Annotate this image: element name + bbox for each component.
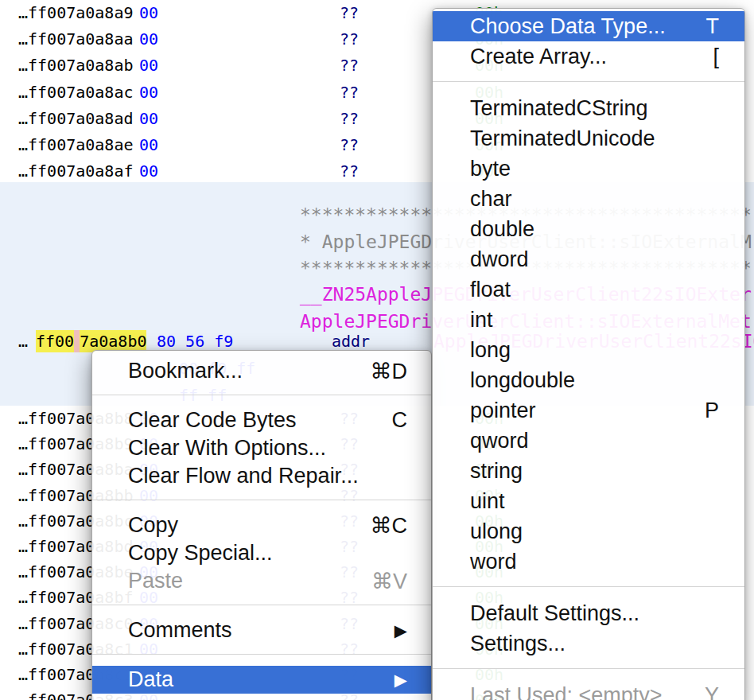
listing-address: …ff007a0a8ad: [18, 108, 134, 130]
menu-item-label: qword: [470, 429, 529, 453]
menu-item-create-array[interactable]: Create Array...[: [433, 41, 744, 72]
menu-item-int[interactable]: int: [433, 305, 744, 335]
menu-item-uint[interactable]: uint: [433, 486, 744, 516]
menu-item-label: byte: [470, 157, 511, 181]
menu-item-label: ulong: [470, 519, 523, 544]
listing-undef: ??: [340, 29, 359, 50]
menu-item-default-settings[interactable]: Default Settings...: [433, 598, 744, 628]
instruction-bytes[interactable]: 80 56 f9: [157, 330, 233, 352]
menu-item-label: char: [470, 187, 512, 212]
menu-item-data[interactable]: Data▶: [92, 666, 431, 694]
menu-item-dword[interactable]: dword: [433, 244, 744, 274]
context-menu: Bookmark...⌘DClear Code BytesCClear With…: [91, 350, 432, 700]
listing-address: …ff007a0a8aa: [18, 29, 134, 50]
menu-item-paste[interactable]: Paste⌘V: [92, 567, 431, 595]
address-part-left: ff00: [36, 330, 74, 352]
menu-item-ulong[interactable]: ulong: [433, 516, 744, 546]
menu-shortcut: T: [706, 14, 720, 39]
listing-address: …ff007a0a8af: [18, 161, 134, 182]
menu-item-label: longdouble: [470, 368, 575, 393]
menu-shortcut: ⌘C: [371, 513, 408, 539]
menu-item-char[interactable]: char: [433, 184, 744, 214]
menu-item-label: TerminatedCString: [470, 96, 648, 121]
menu-item-label: Default Settings...: [470, 601, 639, 626]
menu-item-label: Copy: [128, 513, 178, 538]
menu-shortcut: [: [713, 45, 719, 69]
menu-item-choose-data-type[interactable]: Choose Data Type...T: [433, 11, 744, 41]
listing-byte: 00: [139, 161, 158, 182]
menu-item-settings[interactable]: Settings...: [433, 628, 744, 659]
menu-item-label: Clear Flow and Repair...: [128, 464, 359, 488]
menu-item-copy[interactable]: Copy⌘C: [92, 511, 431, 539]
listing-undef: ??: [340, 134, 359, 156]
listing-address: …ff007a0a8a9: [18, 2, 134, 24]
menu-item-clear-flow-and-repair[interactable]: Clear Flow and Repair...: [92, 462, 431, 490]
menu-item-byte[interactable]: byte: [433, 154, 744, 184]
menu-item-label: Copy Special...: [128, 541, 273, 566]
menu-separator: [433, 81, 744, 82]
menu-shortcut: C: [392, 408, 408, 433]
listing-address: …ff007a0a8ac: [18, 82, 134, 103]
menu-item-clear-code-bytes[interactable]: Clear Code BytesC: [92, 406, 431, 434]
menu-separator: [92, 605, 431, 605]
listing-byte: 00: [139, 108, 158, 130]
address-part-right: 7a0a8b0: [80, 330, 146, 352]
text-cursor: [74, 330, 80, 352]
menu-separator: [433, 668, 744, 669]
listing-byte: 00: [139, 2, 158, 24]
menu-shortcut: ⌘V: [371, 569, 407, 594]
menu-item-label: Paste: [128, 569, 183, 593]
menu-item-label: Clear With Options...: [128, 436, 326, 461]
menu-item-terminatedunicode[interactable]: TerminatedUnicode: [433, 123, 744, 154]
listing-byte: 00: [139, 82, 158, 103]
listing-byte: 00: [139, 29, 158, 50]
menu-item-label: Comments: [128, 618, 232, 643]
listing-address: …ff007a0a8ab: [18, 55, 134, 76]
listing-undef: ??: [340, 108, 359, 130]
menu-item-double[interactable]: double: [433, 214, 744, 244]
menu-item-label: word: [470, 550, 517, 574]
menu-item-copy-special[interactable]: Copy Special...: [92, 539, 431, 567]
highlighted-address[interactable]: ff00 7a0a8b0: [36, 330, 146, 352]
menu-item-label: Settings...: [470, 632, 566, 656]
menu-item-comments[interactable]: Comments▶: [92, 616, 431, 644]
menu-item-label: Choose Data Type...: [470, 14, 666, 39]
data-type-submenu: Choose Data Type...TCreate Array...[Term…: [432, 8, 745, 700]
listing-address: …ff007a0a8ae: [18, 134, 134, 156]
menu-item-label: uint: [470, 489, 505, 514]
menu-item-label: float: [470, 278, 511, 302]
listing-undef: ??: [340, 161, 359, 182]
menu-item-clear-with-options[interactable]: Clear With Options...: [92, 434, 431, 462]
menu-item-label: pointer: [470, 399, 536, 423]
submenu-arrow-icon: ▶: [394, 621, 407, 640]
menu-item-string[interactable]: string: [433, 456, 744, 486]
menu-item-label: dword: [470, 247, 529, 272]
menu-item-long[interactable]: long: [433, 335, 744, 365]
submenu-arrow-icon: ▶: [394, 671, 407, 690]
menu-item-last-used-empty[interactable]: Last Used: <empty>Y: [433, 680, 744, 700]
listing-undef: ??: [340, 82, 359, 103]
listing-byte: 00: [139, 55, 158, 76]
menu-shortcut: P: [705, 399, 719, 423]
menu-item-pointer[interactable]: pointerP: [433, 395, 744, 426]
listing-byte: 00: [139, 134, 158, 156]
menu-item-float[interactable]: float: [433, 274, 744, 305]
menu-item-label: Clear Code Bytes: [128, 408, 297, 433]
menu-item-label: Bookmark...: [128, 359, 243, 383]
menu-item-terminatedcstring[interactable]: TerminatedCString: [433, 93, 744, 123]
menu-item-label: long: [470, 338, 511, 363]
menu-item-bookmark[interactable]: Bookmark...⌘D: [92, 357, 431, 385]
disassembler-listing-screen: …ff007a0a8a900??00h…ff007a0a8aa00??00h…f…: [0, 0, 754, 700]
menu-separator: [433, 586, 744, 587]
menu-item-label: Last Used: <empty>: [470, 683, 663, 700]
menu-item-qword[interactable]: qword: [433, 426, 744, 456]
menu-item-label: Data: [128, 667, 173, 692]
listing-undef: ??: [340, 2, 359, 24]
listing-undef: ??: [340, 55, 359, 76]
menu-item-longdouble[interactable]: longdouble: [433, 365, 744, 395]
instruction-mnemonic[interactable]: addr: [332, 330, 370, 352]
address-ellipsis: …: [18, 330, 28, 352]
menu-item-word[interactable]: word: [433, 546, 744, 577]
menu-item-label: TerminatedUnicode: [470, 126, 655, 151]
menu-separator: [92, 654, 431, 655]
